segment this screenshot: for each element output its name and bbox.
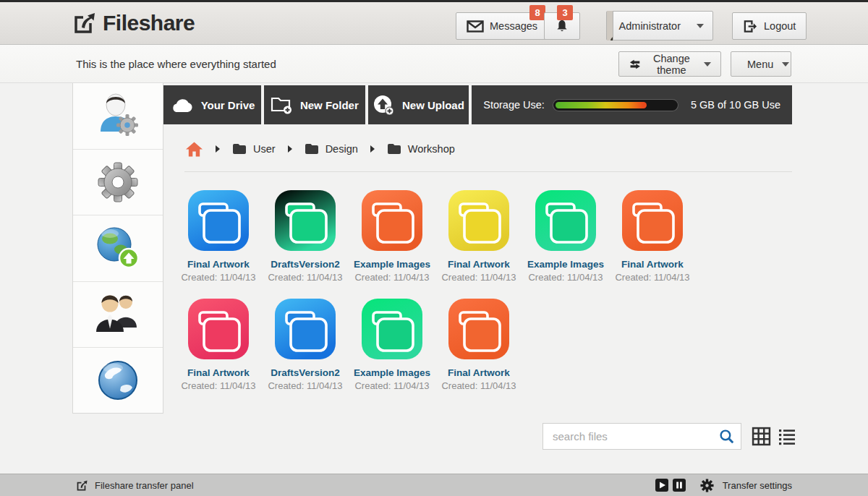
folder-icon: [274, 189, 336, 252]
logout-button[interactable]: Logout: [732, 12, 807, 40]
folder-created: Created: 11/04/13: [441, 272, 516, 283]
bell-icon: [555, 18, 569, 34]
search-box: [542, 423, 741, 450]
transfer-panel[interactable]: Fileshare transfer panel: [76, 474, 194, 496]
folder-item[interactable]: Final ArtworkCreated: 11/04/13: [175, 298, 262, 391]
share-icon: [76, 479, 88, 492]
breadcrumb-item-workshop[interactable]: Workshop: [387, 143, 455, 155]
folder-item[interactable]: Final ArtworkCreated: 11/04/13: [175, 189, 262, 283]
folder-icon: [361, 298, 423, 360]
folder-item[interactable]: Final ArtworkCreated: 11/04/13: [609, 189, 696, 283]
breadcrumb-separator-icon: [370, 145, 375, 153]
avatar: [607, 11, 613, 40]
folder-item[interactable]: Example ImagesCreated: 11/04/13: [349, 298, 435, 391]
user-settings-icon: [92, 90, 144, 142]
sub-header: This is the place where everything start…: [0, 45, 868, 83]
sidebar: [72, 83, 163, 414]
folder-item[interactable]: Example ImagesCreated: 11/04/13: [349, 189, 435, 283]
folder-created: Created: 11/04/13: [615, 272, 689, 283]
transfer-panel-footer: Fileshare transfer panel: [0, 474, 868, 496]
menu-button[interactable]: Menu: [731, 51, 791, 77]
sidebar-item-team[interactable]: [73, 281, 163, 347]
folder-icon: [305, 143, 319, 155]
tab-new-folder[interactable]: New Folder: [264, 85, 365, 124]
transfer-settings-label: Transfer settings: [723, 480, 792, 491]
folder-name: DraftsVersion2: [271, 367, 339, 378]
folder-created: Created: 11/04/13: [181, 272, 255, 283]
change-theme-button[interactable]: Change theme: [618, 51, 721, 77]
user-menu-button[interactable]: Administrator: [606, 11, 713, 40]
folder-created: Created: 11/04/13: [268, 380, 342, 391]
folder-name: DraftsVersion2: [271, 259, 339, 270]
sidebar-item-settings[interactable]: [73, 149, 163, 215]
grid-view-icon: [752, 427, 771, 446]
new-upload-label: New Upload: [402, 99, 464, 111]
home-icon[interactable]: [185, 141, 203, 158]
breadcrumb-separator-icon: [288, 145, 292, 153]
sidebar-item-globe-upload[interactable]: [73, 215, 163, 281]
storage-progress-fill: [556, 102, 647, 108]
folder-item[interactable]: Example ImagesCreated: 11/04/13: [522, 189, 609, 283]
logout-icon: [743, 19, 758, 34]
transfer-settings-button[interactable]: [700, 479, 714, 492]
folder-item[interactable]: DraftsVersion2Created: 11/04/13: [262, 189, 349, 283]
folder-name: Final Artwork: [448, 259, 510, 270]
search-icon[interactable]: [719, 429, 734, 444]
share-icon: [72, 11, 97, 35]
pause-button[interactable]: [673, 479, 686, 492]
new-folder-icon: [271, 95, 292, 114]
messages-badge: 8: [529, 5, 545, 20]
menu-label: Menu: [747, 59, 773, 70]
transfer-panel-label: Fileshare transfer panel: [95, 480, 194, 491]
folder-name: Example Images: [527, 259, 604, 270]
app-header: Fileshare Messages 8 3: [0, 0, 868, 45]
folder-created: Created: 11/04/13: [181, 380, 255, 391]
logout-label: Logout: [764, 20, 796, 32]
envelope-icon: [467, 20, 484, 33]
search-row: [542, 423, 796, 450]
folder-created: Created: 11/04/13: [354, 272, 429, 283]
storage-panel: Storage Use: 5 GB of 10 GB Use: [472, 85, 792, 124]
folder-name: Final Artwork: [187, 367, 250, 378]
folder-icon: [274, 298, 336, 360]
folder-item[interactable]: DraftsVersion2Created: 11/04/13: [262, 298, 349, 391]
globe-icon: [92, 354, 144, 406]
breadcrumb-separator-icon: [216, 145, 220, 153]
storage-progress-bar: [553, 100, 678, 111]
breadcrumb-item-design[interactable]: Design: [305, 143, 358, 155]
messages-label: Messages: [490, 20, 537, 32]
change-theme-label: Change theme: [648, 53, 695, 76]
chevron-down-icon: [782, 62, 789, 67]
user-name: Administrator: [619, 20, 681, 32]
your-drive-label: Your Drive: [201, 99, 255, 111]
settings-gear-icon: [91, 155, 145, 209]
chevron-down-icon: [704, 62, 711, 67]
app-title: Fileshare: [103, 11, 195, 35]
folder-icon: [448, 189, 510, 252]
play-button[interactable]: [655, 479, 668, 492]
folder-created: Created: 11/04/13: [441, 380, 516, 391]
tab-your-drive[interactable]: Your Drive: [163, 85, 261, 124]
tab-new-upload[interactable]: New Upload: [368, 85, 469, 124]
folder-icon: [361, 189, 423, 252]
folder-name: Example Images: [354, 367, 430, 378]
folder-icon: [387, 143, 401, 155]
sidebar-item-user-settings[interactable]: [73, 83, 163, 149]
grid-view-button[interactable]: [752, 427, 771, 446]
folder-grid-row-2: Final ArtworkCreated: 11/04/13DraftsVers…: [175, 298, 522, 391]
list-view-button[interactable]: [778, 427, 796, 446]
sidebar-item-network[interactable]: [73, 347, 163, 413]
storage-label: Storage Use:: [483, 99, 545, 111]
breadcrumb-item-user[interactable]: User: [232, 143, 276, 155]
transfer-controls: Transfer settings: [655, 474, 792, 496]
folder-item[interactable]: Final ArtworkCreated: 11/04/13: [435, 189, 522, 283]
search-input[interactable]: [542, 423, 741, 450]
folder-item[interactable]: Final ArtworkCreated: 11/04/13: [435, 298, 522, 391]
folder-icon: [187, 189, 250, 252]
folder-icon: [448, 298, 510, 360]
folder-icon: [535, 189, 597, 252]
folder-icon: [187, 298, 250, 360]
fileshare-app: Fileshare Messages 8 3: [0, 0, 868, 496]
breadcrumb: User Design Workshop: [185, 136, 455, 162]
content-divider: [184, 171, 792, 172]
